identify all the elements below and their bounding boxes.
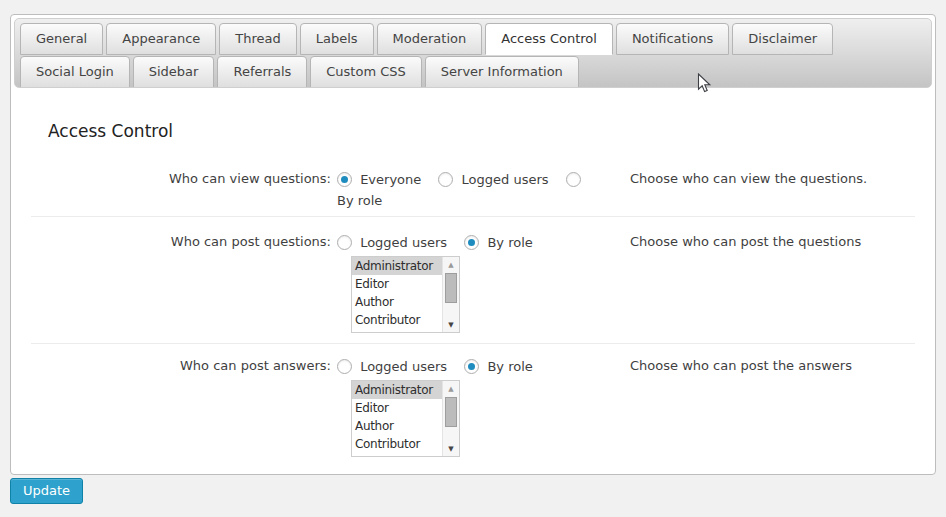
scroll-down-icon[interactable]: ▼ <box>443 445 459 453</box>
form-row-view-questions: Who can view questions: Everyone Logged … <box>31 156 915 217</box>
page-title: Access Control <box>48 121 915 141</box>
update-button[interactable]: Update <box>10 478 83 504</box>
radio-by-role[interactable] <box>566 172 581 187</box>
field-description: Choose who can post the questions <box>630 232 915 249</box>
radio-logged-users[interactable] <box>438 172 453 187</box>
tab-notifications[interactable]: Notifications <box>616 23 729 55</box>
tab-moderation[interactable]: Moderation <box>377 23 483 55</box>
settings-panel: GeneralAppearanceThreadLabelsModerationA… <box>10 14 936 475</box>
field-label: Who can post answers: <box>31 356 331 373</box>
field-controls: Logged users By role Administrator Edito… <box>337 356 630 457</box>
tab-general[interactable]: General <box>20 23 103 55</box>
access-control-form: Who can view questions: Everyone Logged … <box>31 156 915 469</box>
scrollbar-thumb[interactable] <box>445 273 457 303</box>
form-row-post-questions: Who can post questions: Logged users By … <box>31 217 915 344</box>
radio-logged-users[interactable] <box>337 235 352 250</box>
radio-everyone[interactable] <box>337 172 352 187</box>
tab-row-2: Social LoginSidebarReferralsCustom CSSSe… <box>20 56 931 88</box>
radio-label-logged-users[interactable]: Logged users <box>360 235 447 250</box>
scroll-up-icon[interactable]: ▲ <box>443 381 459 396</box>
tab-row-1: GeneralAppearanceThreadLabelsModerationA… <box>20 23 931 56</box>
scroll-down-icon[interactable]: ▼ <box>443 321 459 329</box>
tab-disclaimer[interactable]: Disclaimer <box>732 23 833 55</box>
form-row-post-answers: Who can post answers: Logged users By ro… <box>31 344 915 469</box>
radio-by-role[interactable] <box>464 235 479 250</box>
field-controls: Everyone Logged users By role <box>337 169 630 211</box>
field-label: Who can post questions: <box>31 232 331 249</box>
tab-thread[interactable]: Thread <box>219 23 296 55</box>
tab-appearance[interactable]: Appearance <box>106 23 216 55</box>
radio-label-logged-users[interactable]: Logged users <box>360 359 447 374</box>
tab-sidebar[interactable]: Sidebar <box>133 56 215 88</box>
tab-panel-access-control: Access Control Who can view questions: E… <box>11 121 935 469</box>
tab-access-control[interactable]: Access Control <box>485 23 613 55</box>
tab-server-information[interactable]: Server Information <box>425 56 579 88</box>
tab-custom-css[interactable]: Custom CSS <box>310 56 422 88</box>
radio-group-view-questions: Everyone Logged users By role <box>337 169 602 211</box>
radio-logged-users[interactable] <box>337 359 352 374</box>
tab-strip: GeneralAppearanceThreadLabelsModerationA… <box>14 18 932 88</box>
radio-label-by-role[interactable]: By role <box>487 359 532 374</box>
radio-label-logged-users[interactable]: Logged users <box>462 172 549 187</box>
scrollbar[interactable]: ▲ ▼ <box>442 381 459 456</box>
field-description: Choose who can post the answers <box>630 356 915 373</box>
radio-group-post-questions: Logged users By role <box>337 232 602 253</box>
tab-labels[interactable]: Labels <box>300 23 374 55</box>
scroll-up-icon[interactable]: ▲ <box>443 257 459 272</box>
field-controls: Logged users By role Administrator Edito… <box>337 232 630 333</box>
field-description: Choose who can view the questions. <box>630 169 915 186</box>
role-multiselect-post-answers[interactable]: Administrator Editor Author Contributor … <box>351 380 460 457</box>
radio-label-everyone[interactable]: Everyone <box>360 172 421 187</box>
scrollbar[interactable]: ▲ ▼ <box>442 257 459 332</box>
tab-social-login[interactable]: Social Login <box>20 56 130 88</box>
radio-group-post-answers: Logged users By role <box>337 356 602 377</box>
radio-by-role[interactable] <box>464 359 479 374</box>
radio-label-by-role[interactable]: By role <box>487 235 532 250</box>
field-label: Who can view questions: <box>31 169 331 186</box>
scrollbar-thumb[interactable] <box>445 397 457 427</box>
radio-label-by-role[interactable]: By role <box>337 193 382 208</box>
role-multiselect-post-questions[interactable]: Administrator Editor Author Contributor … <box>351 256 460 333</box>
tab-referrals[interactable]: Referrals <box>217 56 307 88</box>
